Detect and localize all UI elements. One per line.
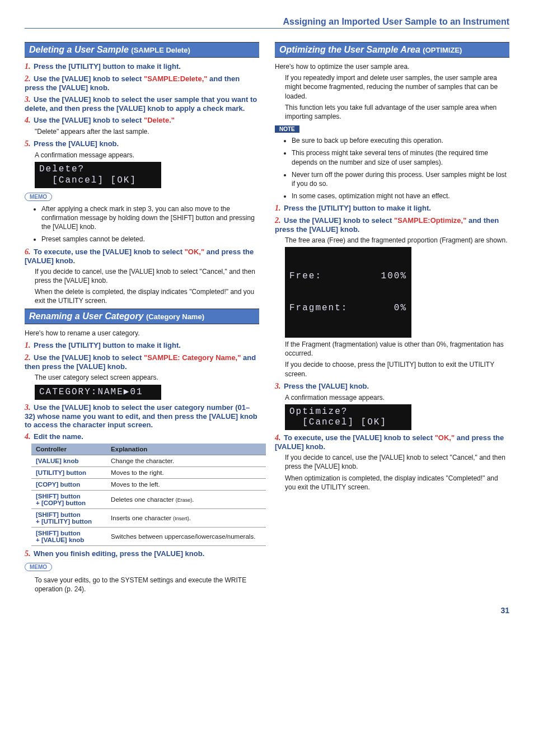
step-text: Use the [VALUE] knob to select the user … [25,403,257,429]
body-text: To save your edits, go to the SYSTEM set… [35,576,259,594]
step-number: 2. [25,74,34,83]
table-row: [SHIFT] button+ [VALUE] knobSwitches bet… [31,527,266,545]
step-text: Press the [UTILITY] button to make it li… [284,204,431,212]
step-number: 5. [25,549,34,558]
note-label: NOTE [275,125,299,133]
step-text: Press the [VALUE] knob. [284,382,369,390]
lcd-display: Optimize? [Cancel] [OK] [285,404,411,430]
step-number: 4. [25,432,34,441]
table-cell-controller: [UTILITY] button [31,466,106,478]
memo-label: MEMO [25,563,52,571]
table-cell-explanation: Moves to the left. [106,478,266,490]
table-row: [VALUE] knobChange the character. [31,455,266,466]
table-cell-explanation: Moves to the right. [106,466,266,478]
section-title: Renaming a User Category [29,311,146,321]
step-number: 1. [25,341,34,350]
body-text: This function lets you take full advanta… [285,103,509,121]
step-text: Use the [VALUE] knob to select "Delete." [34,116,175,124]
table-row: [COPY] buttonMoves to the left. [31,478,266,490]
table-cell-controller: [COPY] button [31,478,106,490]
step-text: Use the [VALUE] knob to select "SAMPLE:O… [275,216,499,234]
step-number: 4. [275,433,284,442]
step-text: Press the [VALUE] knob. [34,139,119,148]
left-column: Deleting a User Sample (SAMPLE Delete) 1… [25,39,259,596]
body-text: The free area (Free) and the fragmented … [285,236,509,245]
step-number: 3. [25,95,34,104]
body-text: If you decide to cancel, use the [VALUE]… [285,453,509,471]
body-text: "Delete" appears after the last sample. [35,127,259,136]
step-number: 5. [25,139,34,148]
lcd-display: CATEGORY:NAME▶01 [35,385,161,400]
step-number: 2. [25,353,34,362]
body-text: If you decide to cancel, use the [VALUE]… [35,267,259,285]
step-number: 6. [25,248,34,256]
table-cell-explanation: Change the character. [106,455,266,466]
body-text: The user category select screen appears. [35,373,259,382]
step-number: 2. [275,216,284,225]
step-number: 3. [275,382,284,391]
table-cell-controller: [SHIFT] button+ [VALUE] knob [31,527,106,545]
memo-label: MEMO [25,193,52,201]
step-number: 1. [275,204,284,213]
controller-table: Controller Explanation [VALUE] knobChang… [31,444,266,546]
section-renaming-category: Renaming a User Category (Category Name) [25,309,259,324]
body-text: If you decide to choose, press the [UTIL… [285,360,509,378]
step-text: Press the [UTILITY] button to make it li… [34,62,181,71]
step-text: To execute, use the [VALUE] knob to sele… [25,248,254,265]
step-text: Use the [VALUE] knob to select "SAMPLE: … [25,353,256,371]
table-row: [UTILITY] buttonMoves to the right. [31,466,266,478]
table-cell-explanation: Deletes one character (Erase). [106,490,266,508]
step-number: 3. [25,403,34,412]
body-text: A confirmation message appears. [35,151,259,160]
table-row: [SHIFT] button+ [COPY] buttonDeletes one… [31,490,266,508]
step-text: Use the [VALUE] knob to select "SAMPLE:D… [25,74,240,92]
table-row: [SHIFT] button+ [UTILITY] buttonInserts … [31,508,266,527]
table-cell-explanation: Inserts one character (Insert). [106,508,266,527]
step-text: When you finish editing, press the [VALU… [34,549,204,558]
lcd-display: Free:100% Fragment:0% [285,247,411,338]
table-header: Controller [31,444,106,455]
step-text: To execute, use the [VALUE] knob to sele… [275,433,504,451]
table-cell-explanation: Switches between uppercase/lowercase/num… [106,527,266,545]
page-number: 31 [25,606,509,615]
body-text: When optimization is completed, the disp… [285,474,509,492]
right-column: Optimizing the User Sample Area (OPTIMIZ… [275,39,509,596]
section-subtitle: (Category Name) [146,312,204,321]
section-deleting-sample: Deleting a User Sample (SAMPLE Delete) [25,42,259,58]
list-item: In some cases, optimization might not ha… [292,192,509,200]
list-item: This process might take several tens of … [292,148,509,166]
list-item: Preset samples cannot be deleted. [41,235,259,244]
body-text: A confirmation message appears. [285,393,509,402]
section-subtitle: (OPTIMIZE) [423,46,462,54]
note-list: Be sure to back up before executing this… [292,136,509,200]
table-cell-controller: [SHIFT] button+ [UTILITY] button [31,508,106,527]
body-text: If you repeatedly import and delete user… [285,73,509,101]
list-item: Be sure to back up before executing this… [292,136,509,145]
step-number: 1. [25,62,34,71]
list-item: After applying a check mark in step 3, y… [41,204,259,232]
step-text: Edit the name. [34,432,83,441]
table-cell-controller: [VALUE] knob [31,455,106,466]
step-text: Press the [UTILITY] button to make it li… [34,341,181,349]
list-item: Never turn off the power during this pro… [292,170,509,188]
body-text: If the Fragment (fragmentation) value is… [285,340,509,358]
section-subtitle: (SAMPLE Delete) [131,46,190,54]
table-header: Explanation [106,444,266,455]
page-header: Assigning an Imported User Sample to an … [25,17,509,29]
table-cell-controller: [SHIFT] button+ [COPY] button [31,490,106,508]
section-optimize: Optimizing the User Sample Area (OPTIMIZ… [275,42,509,58]
body-text: Here's how to optimize the user sample a… [275,62,509,71]
section-title: Optimizing the User Sample Area [279,45,423,54]
body-text: When the delete is completed, the displa… [35,287,259,305]
step-number: 4. [25,116,34,125]
body-text: Here's how to rename a user category. [25,329,259,338]
section-title: Deleting a User Sample [29,45,131,54]
lcd-display: Delete? [Cancel] [OK] [35,162,161,188]
step-text: Use the [VALUE] knob to select the user … [25,95,257,113]
memo-list: After applying a check mark in step 3, y… [41,204,259,244]
